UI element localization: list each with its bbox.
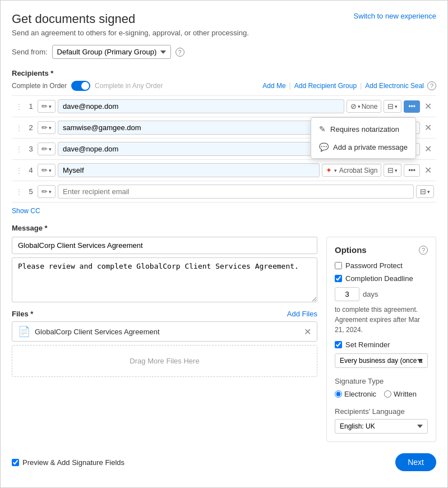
electronic-label[interactable]: Electronic	[344, 390, 376, 398]
expire-text: to complete this agreement.Agreement exp…	[335, 305, 428, 335]
drag-zone[interactable]: Drag More Files Here	[12, 345, 317, 377]
show-cc-link[interactable]: Show CC	[12, 207, 40, 215]
file-name-1: GlobalCorp Client Services Agreement	[35, 328, 299, 336]
add-electronic-seal-link[interactable]: Add Electronic Seal	[365, 82, 424, 90]
options-title: Options	[335, 245, 367, 255]
auth-chevron-1: ▾	[358, 104, 361, 109]
role-chevron-3: ▾	[49, 146, 52, 152]
email-input-3[interactable]	[58, 142, 344, 156]
delete-btn-4[interactable]: ✕	[422, 165, 434, 176]
recipients-label: Recipients *	[12, 69, 436, 77]
completion-deadline-checkbox[interactable]	[335, 275, 342, 282]
role-icon-2: ✏	[41, 123, 48, 132]
filter-btn-4[interactable]: ⊟ ▾	[384, 164, 401, 177]
delete-btn-2[interactable]: ✕	[422, 122, 434, 133]
filter-chevron-4: ▾	[395, 168, 398, 173]
drag-handle-4[interactable]: ⋮	[14, 166, 24, 175]
options-panel: Options ? Password Protect Completion De…	[326, 237, 436, 442]
filter-icon-1: ⊟	[387, 102, 394, 111]
email-input-2[interactable]	[58, 121, 344, 135]
switch-new-experience-link[interactable]: Switch to new experience	[354, 12, 436, 20]
delete-btn-3[interactable]: ✕	[422, 144, 434, 154]
drag-handle-2[interactable]: ⋮	[14, 123, 24, 132]
language-select[interactable]: English: UK	[335, 419, 428, 434]
message-title-input[interactable]	[12, 237, 317, 254]
days-label: days	[363, 290, 378, 298]
role-btn-3[interactable]: ✏ ▾	[38, 142, 56, 155]
recipients-left: Complete in Order Complete in Any Order	[12, 81, 163, 91]
row-num-4: 4	[26, 166, 35, 174]
role-chevron-4: ▾	[49, 168, 52, 173]
recipients-actions: Add Me | Add Recipient Group | Add Elect…	[262, 81, 436, 90]
page-subtitle: Send an agreement to others for e-signin…	[12, 29, 436, 37]
page-wrapper: Switch to new experience Get documents s…	[0, 0, 448, 488]
role-btn-2[interactable]: ✏ ▾	[38, 121, 56, 134]
reminder-select[interactable]: Every business day (once after	[335, 353, 428, 368]
acrobat-sign-btn-4[interactable]: ✦ ▾ Acrobat Sign	[322, 164, 382, 177]
set-reminder-label[interactable]: Set Reminder	[345, 340, 390, 349]
preview-checkbox[interactable]	[12, 459, 19, 466]
send-from-row: Send from: Default Group (Primary Group)…	[12, 45, 436, 59]
set-reminder-checkbox[interactable]	[335, 341, 342, 348]
recipient-row-5: ⋮ 5 ✏ ▾ ⊟ ▾	[12, 181, 436, 202]
add-me-link[interactable]: Add Me	[262, 82, 285, 90]
auth-btn-1[interactable]: ⊘ ▾ None	[347, 100, 382, 113]
add-recipient-group-link[interactable]: Add Recipient Group	[294, 82, 357, 90]
more-btn-1[interactable]: •••	[404, 100, 420, 113]
written-label[interactable]: Written	[394, 390, 417, 398]
days-row: days	[335, 287, 428, 301]
email-input-5[interactable]	[58, 185, 414, 199]
filter-btn-1[interactable]: ⊟ ▾	[384, 100, 401, 113]
acrobat-chevron-4: ▾	[334, 168, 337, 173]
written-radio[interactable]	[384, 390, 391, 398]
electronic-radio[interactable]	[335, 390, 342, 398]
send-from-help-icon[interactable]: ?	[175, 48, 184, 57]
email-input-1[interactable]	[58, 99, 344, 113]
role-icon-1: ✏	[41, 102, 48, 111]
complete-any-order-label: Complete in Any Order	[95, 82, 163, 90]
password-protect-label[interactable]: Password Protect	[345, 261, 403, 270]
drag-handle-5[interactable]: ⋮	[14, 187, 24, 196]
send-from-select[interactable]: Default Group (Primary Group)	[52, 45, 171, 59]
file-item-1: 📄 GlobalCorp Client Services Agreement ✕	[12, 321, 317, 342]
more-btn-4[interactable]: •••	[404, 164, 420, 177]
email-input-4[interactable]	[58, 163, 320, 177]
completion-deadline-row: Completion Deadline	[335, 274, 428, 283]
dropdown-notarization[interactable]: ✎ Requires notarization	[311, 120, 415, 138]
dropdown-private-message[interactable]: 💬 Add a private message	[311, 138, 415, 156]
footer-section: Preview & Add Signature Fields Next	[12, 453, 436, 471]
next-button[interactable]: Next	[395, 453, 436, 471]
main-layout: Please review and complete GlobalCorp Cl…	[12, 237, 436, 442]
complete-in-order-toggle[interactable]	[71, 81, 90, 91]
message-body-input[interactable]: Please review and complete GlobalCorp Cl…	[12, 257, 317, 302]
password-protect-checkbox[interactable]	[335, 262, 342, 269]
files-section: Files * Add Files 📄 GlobalCorp Client Se…	[12, 310, 317, 377]
filter-chevron-5: ▾	[427, 189, 430, 195]
drag-handle-1[interactable]: ⋮	[14, 102, 24, 111]
add-files-link[interactable]: Add Files	[287, 310, 317, 318]
drag-handle-3[interactable]: ⋮	[14, 145, 24, 154]
options-help-icon[interactable]: ?	[419, 246, 428, 255]
role-btn-4[interactable]: ✏ ▾	[38, 164, 56, 177]
recipients-header: Complete in Order Complete in Any Order …	[12, 81, 436, 91]
delete-btn-1[interactable]: ✕	[422, 101, 434, 112]
acrobat-icon-4: ✦	[326, 166, 332, 174]
days-input[interactable]	[335, 287, 359, 301]
preview-label[interactable]: Preview & Add Signature Fields	[22, 458, 124, 467]
role-btn-1[interactable]: ✏ ▾	[38, 100, 56, 113]
recipients-help-icon[interactable]: ?	[427, 81, 436, 90]
message-area: Please review and complete GlobalCorp Cl…	[12, 237, 317, 442]
signature-electronic-item: Electronic	[335, 390, 376, 398]
completion-deadline-label[interactable]: Completion Deadline	[345, 274, 413, 283]
file-remove-1[interactable]: ✕	[304, 326, 311, 337]
send-from-label: Send from:	[12, 48, 48, 56]
set-reminder-row: Set Reminder	[335, 340, 428, 349]
filter-icon-5: ⊟	[420, 187, 426, 196]
role-btn-5[interactable]: ✏ ▾	[38, 185, 56, 198]
filter-btn-5[interactable]: ⊟ ▾	[416, 185, 434, 198]
files-label: Files *	[12, 310, 33, 318]
role-icon-5: ✏	[41, 187, 48, 196]
more-dots-1: •••	[408, 103, 415, 111]
private-message-icon: 💬	[319, 142, 329, 151]
notarization-icon: ✎	[319, 125, 326, 133]
